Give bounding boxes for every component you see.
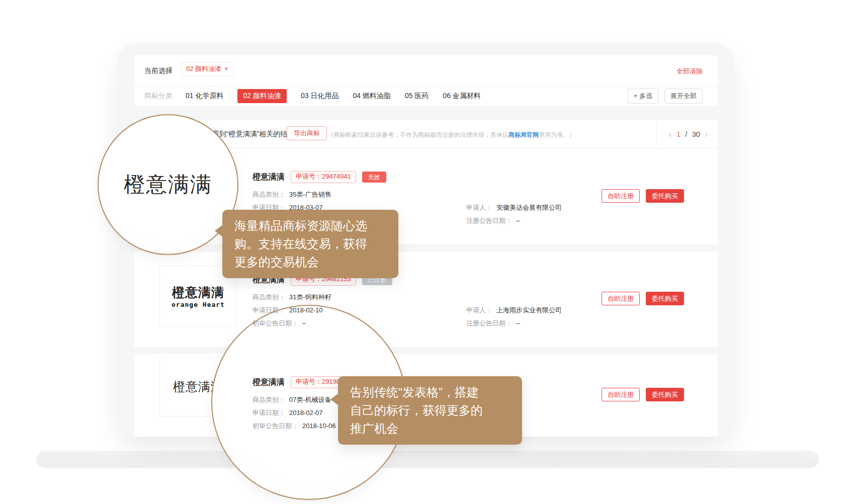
trademark-image-text: 橙意满满 xyxy=(172,284,224,301)
application-number-label: 申请号： xyxy=(296,378,322,385)
entrust-buy-button[interactable]: 委托购买 xyxy=(646,189,684,203)
apply-date-value: 2018-02-07 xyxy=(289,409,323,416)
promo-tooltip-storefront: 告别传统“发表格”，搭建 自己的标行，获得更多的 推广机会 xyxy=(338,376,522,445)
tooltip-line: 自己的标行，获得更多的 xyxy=(350,401,510,419)
tooltip-line: 推广机会 xyxy=(350,419,510,438)
category-row-label: 商标分类 xyxy=(144,92,173,101)
category-item-02-active[interactable]: 02 颜料油漆 xyxy=(237,89,286,103)
category-item-05[interactable]: 05 医药 xyxy=(405,92,429,101)
tooltip-line: 更多的交易机会 xyxy=(234,253,386,271)
expand-all-button[interactable]: 展开全部 xyxy=(664,89,703,104)
entrust-buy-button[interactable]: 委托购买 xyxy=(646,292,684,305)
apply-date-value: 2018-02-10 xyxy=(289,306,323,314)
category-item-04[interactable]: 04 燃料油脂 xyxy=(353,92,390,101)
export-trademark-button[interactable]: 导出商标 xyxy=(287,126,327,140)
close-icon[interactable]: × xyxy=(224,65,228,72)
first-pub-date-label: 初审公告日期： xyxy=(252,319,298,327)
trademark-name[interactable]: 橙意满满 xyxy=(252,172,285,183)
category-value: 31类-饲料种籽 xyxy=(289,293,331,301)
pagination: ‹ 1 / 30 › xyxy=(659,120,718,148)
reg-pub-date-value: – xyxy=(516,319,520,327)
application-number-value: 29474941 xyxy=(322,173,351,180)
results-disclaimer: （商标检索结果仅供参考，不作为商标能否注册的法律依据；具体以商标局官网查询为准。… xyxy=(327,131,575,139)
selected-filter-tag-label: 02 颜料油漆 xyxy=(186,65,221,72)
page-prev-icon[interactable]: ‹ xyxy=(669,130,672,139)
tooltip-arrow-icon xyxy=(215,225,223,237)
status-badge: 无效 xyxy=(362,172,386,183)
category-value: 07类-机械设备 xyxy=(289,396,331,403)
self-register-button[interactable]: 自助注册 xyxy=(602,388,640,401)
tooltip-arrow-icon xyxy=(330,393,338,405)
category-row: 商标分类 01 化学原料 02 颜料油漆 03 日化用品 04 燃料油脂 05 … xyxy=(134,87,718,106)
page-total: 30 xyxy=(692,130,700,138)
self-register-button[interactable]: 自助注册 xyxy=(602,189,640,203)
reg-pub-date-label: 注册公告日期： xyxy=(466,217,512,224)
applicant-value: 安徽美达会展有限公司 xyxy=(496,204,562,211)
category-item-01[interactable]: 01 化学原料 xyxy=(186,92,223,101)
tooltip-line: 购。支持在线交易，获得 xyxy=(234,235,386,253)
tooltip-line: 海量精品商标资源随心选 xyxy=(234,217,386,235)
disclaimer-prefix: （商标检索结果仅供参考，不作为商标能否注册的法律依据；具体以 xyxy=(327,131,508,138)
category-item-03[interactable]: 03 日化用品 xyxy=(301,92,338,101)
category-label: 商品类别： xyxy=(252,293,285,301)
applicant-value: 上海雨步实业有限公司 xyxy=(496,306,562,314)
tooltip-line: 告别传统“发表格”，搭建 xyxy=(350,383,510,401)
laptop-base-bar xyxy=(36,451,819,468)
clear-all-button[interactable]: 全部清除 xyxy=(676,67,703,76)
category-label: 商品类别： xyxy=(252,396,285,403)
page-current: 1 xyxy=(676,130,680,138)
filter-header-card: 当前选择 02 颜料油漆× 全部清除 商标分类 01 化学原料 02 颜料油漆 … xyxy=(134,55,718,106)
application-number-label: 申请号： xyxy=(296,173,322,180)
applicant-label: 申请人： xyxy=(466,306,492,314)
application-number-tag: 申请号：29474941 xyxy=(291,171,356,183)
trademark-image-subtext: orange Heart xyxy=(172,301,225,308)
pager-divider xyxy=(656,123,657,145)
current-selection-label: 当前选择 xyxy=(144,66,173,75)
category-value: 35类-广告销售 xyxy=(289,191,331,198)
trademark-office-link[interactable]: 商标局官网 xyxy=(508,131,539,138)
multi-select-button[interactable]: + 多选 xyxy=(628,89,658,104)
page-next-icon[interactable]: › xyxy=(705,130,708,139)
screenshot-stage: 当前选择 02 颜料油漆× 全部清除 商标分类 01 化学原料 02 颜料油漆 … xyxy=(0,0,853,504)
disclaimer-suffix: 查询为准。） xyxy=(539,131,575,138)
reg-pub-date-label: 注册公告日期： xyxy=(466,319,512,327)
category-label: 商品类别： xyxy=(252,191,285,198)
trademark-name[interactable]: 橙意满满 xyxy=(252,377,285,388)
magnified-trademark-text: 橙意满满 xyxy=(124,171,212,199)
applicant-label: 申请人： xyxy=(466,204,492,211)
page-separator: / xyxy=(685,130,687,138)
first-pub-date-label: 初审公告日期： xyxy=(252,422,298,430)
category-actions: + 多选 展开全部 xyxy=(628,89,703,104)
apply-date-label: 申请日期： xyxy=(252,306,285,314)
current-selection-row: 当前选择 02 颜料油漆× 全部清除 xyxy=(134,55,718,87)
apply-date-label: 申请日期： xyxy=(252,409,285,416)
first-pub-date-value: 2018-10-06 xyxy=(302,422,336,430)
promo-tooltip-marketplace: 海量精品商标资源随心选 购。支持在线交易，获得 更多的交易机会 xyxy=(222,210,398,278)
category-items: 01 化学原料 02 颜料油漆 03 日化用品 04 燃料油脂 05 医药 06… xyxy=(186,89,481,103)
category-item-06[interactable]: 06 金属材料 xyxy=(443,92,480,101)
reg-pub-date-value: – xyxy=(516,217,520,224)
selected-filter-tag[interactable]: 02 颜料油漆× xyxy=(181,62,234,76)
entrust-buy-button[interactable]: 委托购买 xyxy=(646,388,684,401)
self-register-button[interactable]: 自助注册 xyxy=(602,292,640,305)
first-pub-date-value: – xyxy=(302,319,306,327)
trademark-result-row-2: 橙意满满 orange Heart 橙意满满 申请号：29482153 已注册 … xyxy=(134,251,718,347)
